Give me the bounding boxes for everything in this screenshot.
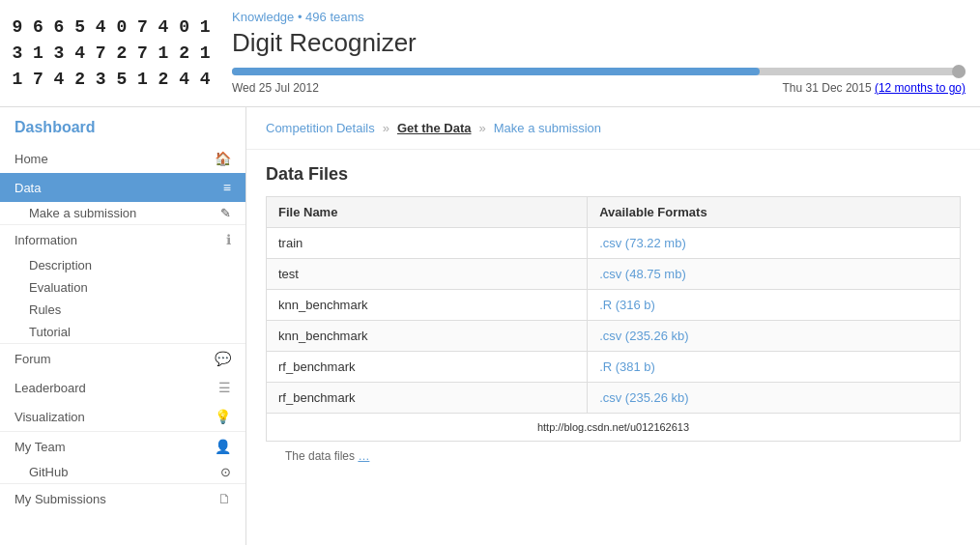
table-row: knn_benchmark.R (316 b) [267, 290, 961, 321]
sidebar-item-make-submission[interactable]: Make a submission ✎ [0, 202, 245, 224]
rules-label: Rules [29, 302, 61, 317]
sidebar-item-visualization[interactable]: Visualization 💡 [0, 402, 245, 431]
home-label: Home [14, 152, 48, 166]
file-name-cell: rf_benchmark [267, 352, 588, 383]
data-files-table: File Name Available Formats train.csv (7… [266, 196, 961, 442]
file-format-cell: .R (316 b) [588, 290, 961, 321]
sidebar-item-leaderboard[interactable]: Leaderboard ☰ [0, 373, 245, 402]
content-area: Competition Details » Get the Data » Mak… [246, 107, 980, 545]
visualization-label: Visualization [14, 410, 85, 424]
file-name-cell: knn_benchmark [267, 321, 588, 352]
table-row: test.csv (48.75 mb) [267, 259, 961, 290]
evaluation-label: Evaluation [29, 280, 88, 295]
end-date: Thu 31 Dec 2015 (12 months to go) [783, 81, 966, 95]
submissions-icon: 🗋 [217, 491, 231, 506]
file-format-cell: .csv (235.26 kb) [588, 321, 961, 352]
info-icon: ℹ [226, 232, 231, 247]
col-formats: Available Formats [588, 197, 961, 228]
breadcrumb-get-data: Get the Data [397, 121, 472, 135]
breadcrumb-competition-details[interactable]: Competition Details [266, 121, 375, 135]
forum-icon: 💬 [215, 351, 231, 366]
progress-bar [232, 68, 966, 75]
github-label: GitHub [29, 465, 68, 479]
breadcrumb-sep-1: » [383, 121, 389, 135]
bottom-note-link[interactable]: … [358, 449, 369, 463]
data-files-section: Data Files File Name Available Formats t… [246, 150, 980, 485]
file-format-link[interactable]: .csv (235.26 kb) [599, 329, 689, 343]
header-info: Knowledge • 496 teams Digit Recognizer W… [232, 10, 966, 95]
breadcrumb-make-submission[interactable]: Make a submission [494, 121, 601, 135]
file-format-link[interactable]: .csv (48.75 mb) [599, 267, 686, 281]
table-row: rf_benchmark.csv (235.26 kb) [267, 383, 961, 414]
digit-art-text: 9 6 6 5 4 0 7 4 0 1 3 1 3 4 7 2 7 1 2 1 … [12, 14, 210, 93]
digit-image: 9 6 6 5 4 0 7 4 0 1 3 1 3 4 7 2 7 1 2 1 … [10, 10, 213, 97]
sidebar-section-information[interactable]: Information ℹ [0, 225, 245, 254]
file-format-link[interactable]: .csv (235.26 kb) [599, 390, 689, 405]
breadcrumb: Competition Details » Get the Data » Mak… [246, 107, 980, 150]
leaderboard-label: Leaderboard [14, 381, 86, 395]
information-label: Information [14, 233, 77, 247]
data-files-title: Data Files [266, 164, 961, 185]
file-name-cell: test [267, 259, 588, 290]
main-layout: Dashboard Home 🏠 Data ≡ Make a submissio… [0, 107, 980, 545]
file-format-cell: .csv (73.22 mb) [588, 228, 961, 259]
competition-meta: Knowledge • 496 teams [232, 10, 966, 24]
sidebar: Dashboard Home 🏠 Data ≡ Make a submissio… [0, 107, 246, 545]
end-date-note[interactable]: (12 months to go) [875, 81, 966, 95]
competition-title: Digit Recognizer [232, 28, 966, 58]
sidebar-item-github[interactable]: GitHub ⊙ [0, 461, 245, 483]
date-row: Wed 25 Jul 2012 Thu 31 Dec 2015 (12 mont… [232, 81, 966, 95]
table-row-watermark: http://blog.csdn.net/u012162613 [267, 414, 961, 442]
start-date: Wed 25 Jul 2012 [232, 81, 319, 95]
description-label: Description [29, 258, 92, 272]
watermark-text: http://blog.csdn.net/u012162613 [267, 414, 961, 442]
breadcrumb-sep-2: » [479, 121, 486, 135]
file-format-link[interactable]: .R (316 b) [599, 298, 655, 312]
sidebar-title: Dashboard [0, 107, 245, 144]
progress-bar-fill [232, 68, 760, 75]
visualization-icon: 💡 [215, 409, 231, 424]
sidebar-item-home[interactable]: Home 🏠 [0, 144, 245, 173]
data-label: Data [14, 181, 41, 195]
sidebar-item-my-submissions[interactable]: My Submissions 🗋 [0, 484, 245, 513]
team-icon: 👤 [215, 439, 231, 454]
file-format-link[interactable]: .R (381 b) [599, 359, 655, 374]
table-row: train.csv (73.22 mb) [267, 228, 961, 259]
forum-label: Forum [14, 352, 51, 366]
file-format-cell: .R (381 b) [588, 352, 961, 383]
sidebar-item-evaluation[interactable]: Evaluation [0, 276, 245, 299]
table-header-row: File Name Available Formats [267, 197, 961, 228]
bottom-note: The data files … [266, 442, 961, 471]
header: 9 6 6 5 4 0 7 4 0 1 3 1 3 4 7 2 7 1 2 1 … [0, 0, 980, 107]
sidebar-item-forum[interactable]: Forum 💬 [0, 344, 245, 373]
sidebar-section-my-team[interactable]: My Team 👤 [0, 432, 245, 461]
github-icon: ⊙ [220, 465, 231, 479]
sidebar-item-description[interactable]: Description [0, 254, 245, 276]
file-format-cell: .csv (235.26 kb) [588, 383, 961, 414]
sidebar-item-data[interactable]: Data ≡ [0, 173, 245, 202]
leaderboard-icon: ☰ [218, 380, 231, 395]
file-format-cell: .csv (48.75 mb) [588, 259, 961, 290]
edit-icon: ✎ [220, 206, 231, 220]
sidebar-item-tutorial[interactable]: Tutorial [0, 321, 245, 343]
home-icon: 🏠 [215, 151, 231, 166]
make-submission-label: Make a submission [29, 206, 136, 220]
table-row: rf_benchmark.R (381 b) [267, 352, 961, 383]
my-submissions-label: My Submissions [14, 492, 106, 506]
file-name-cell: train [267, 228, 588, 259]
file-name-cell: knn_benchmark [267, 290, 588, 321]
file-name-cell: rf_benchmark [267, 383, 588, 414]
my-team-label: My Team [14, 440, 66, 454]
sidebar-item-rules[interactable]: Rules [0, 299, 245, 321]
progress-bar-dot [952, 65, 966, 78]
tutorial-label: Tutorial [29, 325, 71, 339]
table-row: knn_benchmark.csv (235.26 kb) [267, 321, 961, 352]
data-icon: ≡ [223, 180, 231, 195]
col-filename: File Name [267, 197, 588, 228]
file-format-link[interactable]: .csv (73.22 mb) [599, 236, 686, 250]
